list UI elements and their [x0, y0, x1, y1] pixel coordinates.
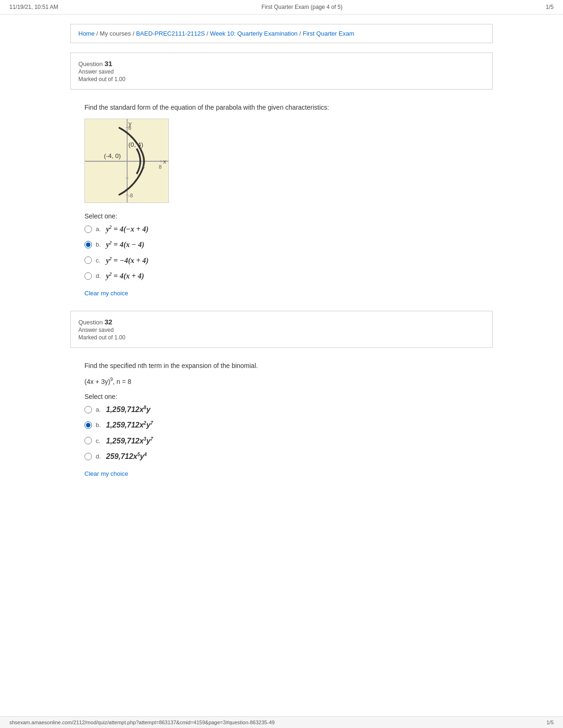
question32-formula-a: 1,259,712x8y: [106, 405, 151, 414]
question32-radio-d[interactable]: [84, 453, 92, 460]
question32-number: 32: [105, 318, 113, 326]
question31-radio-a[interactable]: [84, 225, 92, 233]
question31-text: Find the standard form of the equation o…: [84, 104, 479, 111]
question32-letter-d: d.: [96, 453, 103, 460]
breadcrumb-home[interactable]: Home: [78, 30, 95, 37]
question31-option-d: d. y2 = 4(x + 4): [84, 271, 479, 280]
question31-formula-b: y2 = 4(x − 4): [106, 240, 145, 249]
svg-text:8: 8: [159, 164, 162, 170]
breadcrumb-sep1: /: [96, 30, 99, 37]
svg-text:(-4, 0): (-4, 0): [104, 152, 121, 159]
question32-subtext: (4x + 3y)9, n = 8: [84, 377, 479, 385]
question32-label: Question 32: [78, 318, 485, 326]
question31-card: Question 31 Answer saved Marked out of 1…: [70, 53, 493, 90]
svg-text:(0, 4): (0, 4): [129, 141, 144, 148]
question31-radio-d[interactable]: [84, 272, 92, 280]
breadcrumb: Home / My courses / BAED-PREC2111-2112S …: [70, 24, 493, 43]
question32-body: Find the specified nth term in the expan…: [70, 357, 493, 491]
header-datetime: 11/19/21, 10:51 AM: [9, 4, 58, 10]
parabola-graph: (-4, 0) (0, 4) x y 4 8 8 -8: [84, 119, 169, 203]
question31-formula-c: y2 = −4(x + 4): [106, 256, 149, 265]
question32-option-b: b. 1,259,712x2y7: [84, 420, 479, 429]
question32-radio-a[interactable]: [84, 406, 92, 413]
question31-letter-c: c.: [96, 257, 103, 264]
question32-letter-a: a.: [96, 406, 103, 413]
question32-option-c: c. 1,259,712x3y7: [84, 436, 479, 445]
question32-status: Answer saved: [78, 327, 485, 333]
question31-number: 31: [105, 60, 113, 68]
svg-text:x: x: [163, 158, 167, 165]
question31-radio-c[interactable]: [84, 256, 92, 264]
question32-letter-b: b.: [96, 421, 103, 428]
breadcrumb-course[interactable]: BAED-PREC2111-2112S: [136, 30, 205, 37]
question32-radio-c[interactable]: [84, 437, 92, 444]
header-title: First Quarter Exam (page 4 of 5): [261, 4, 342, 10]
question32-formula-b: 1,259,712x2y7: [106, 420, 153, 429]
question32-clear-choice[interactable]: Clear my choice: [84, 470, 128, 477]
question32-formula-d: 259,712x5y4: [106, 452, 147, 461]
svg-text:8: 8: [129, 125, 131, 131]
svg-text:-8: -8: [129, 193, 133, 198]
question32-select-label: Select one:: [84, 393, 479, 400]
question32-letter-c: c.: [96, 437, 103, 444]
question32-option-a: a. 1,259,712x8y: [84, 405, 479, 414]
question32-marked: Marked out of 1.00: [78, 334, 485, 341]
question31-option-b: b. y2 = 4(x − 4): [84, 240, 479, 249]
breadcrumb-week[interactable]: Week 10: Quarterly Examination: [210, 30, 297, 37]
parabola-svg: (-4, 0) (0, 4) x y 4 8 8 -8: [85, 119, 169, 203]
breadcrumb-mycourses: My courses: [100, 30, 131, 37]
question32-option-d: d. 259,712x5y4: [84, 452, 479, 461]
question31-formula-d: y2 = 4(x + 4): [106, 271, 144, 280]
svg-text:4: 4: [142, 164, 145, 170]
breadcrumb-exam[interactable]: First Quarter Exam: [303, 30, 354, 37]
question31-radio-b[interactable]: [84, 241, 92, 248]
question32-formula-c: 1,259,712x3y7: [106, 436, 153, 445]
question31-clear-choice[interactable]: Clear my choice: [84, 290, 128, 297]
page-header: 11/19/21, 10:51 AM First Quarter Exam (p…: [0, 0, 563, 15]
question32-text: Find the specified nth term in the expan…: [84, 362, 479, 369]
question31-letter-d: d.: [96, 272, 103, 279]
main-content: Home / My courses / BAED-PREC2111-2112S …: [56, 15, 507, 501]
question31-letter-a: a.: [96, 225, 103, 233]
question31-option-a: a. y2 = 4(−x + 4): [84, 225, 479, 233]
question31-select-label: Select one:: [84, 212, 479, 220]
question31-formula-a: y2 = 4(−x + 4): [106, 225, 149, 233]
question31-letter-b: b.: [96, 241, 103, 248]
question31-option-c: c. y2 = −4(x + 4): [84, 256, 479, 265]
question31-status: Answer saved: [78, 68, 485, 75]
breadcrumb-sep2: /: [133, 30, 136, 37]
question31-marked: Marked out of 1.00: [78, 76, 485, 83]
question31-body: Find the standard form of the equation o…: [70, 99, 493, 311]
question32-radio-b[interactable]: [84, 421, 92, 429]
header-page: 1/5: [546, 4, 554, 10]
question31-label: Question 31: [78, 60, 485, 68]
question32-card: Question 32 Answer saved Marked out of 1…: [70, 311, 493, 348]
